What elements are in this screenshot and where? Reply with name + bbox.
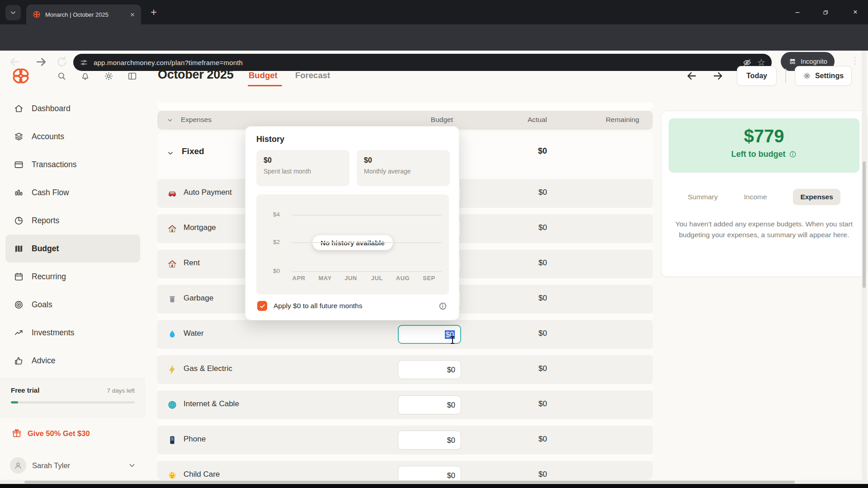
sidebar-logo-row <box>11 65 137 87</box>
budget-row-water: Water$0$0 <box>157 320 653 349</box>
section-name: Fixed <box>182 146 204 156</box>
house-icon <box>167 259 177 269</box>
summary-tab-income[interactable]: Income <box>744 193 767 201</box>
browser-menu-button[interactable]: ⋮ <box>848 53 862 68</box>
sidebar-item-cash-flow[interactable]: Cash Flow <box>5 178 140 206</box>
tab-forecast[interactable]: Forecast <box>295 70 330 80</box>
search-icon[interactable] <box>57 71 67 81</box>
new-tab-button[interactable]: + <box>147 6 160 19</box>
today-button[interactable]: Today <box>737 66 777 86</box>
actual-amount: $0 <box>538 329 547 338</box>
collapse-sidebar-icon[interactable] <box>127 71 137 81</box>
chevron-down-icon[interactable] <box>166 117 174 124</box>
horizontal-scrollbar[interactable] <box>0 480 868 484</box>
chart-gridline <box>292 215 442 216</box>
incognito-icon <box>788 57 797 66</box>
home-icon <box>14 103 24 114</box>
category-name: Child Care <box>184 470 220 479</box>
section-actual-total: $0 <box>538 146 547 156</box>
browser-addressbar: app.monarchmoney.com/plan?timeframe=mont… <box>0 24 868 51</box>
summary-tab-expenses[interactable]: Expenses <box>793 189 840 205</box>
person-icon <box>13 460 23 470</box>
budget-row-phone: Phone$0$0 <box>157 426 653 455</box>
settings-gear-icon[interactable] <box>104 71 114 81</box>
actual-amount: $0 <box>538 399 547 408</box>
tab-close-button[interactable]: × <box>128 10 137 19</box>
target-icon <box>14 300 24 310</box>
sidebar-item-label: Transactions <box>32 160 77 169</box>
notifications-bell-icon[interactable] <box>80 71 90 81</box>
sidebar-item-reports[interactable]: Reports <box>5 206 140 235</box>
chart-gridline <box>292 271 442 272</box>
history-chart: No history available $4$2$0APRMAYJUNJULA… <box>256 194 449 295</box>
apply-checkbox-label: Apply $0 to all future months <box>274 302 439 310</box>
referral-link[interactable]: Give 50% Get $30 <box>12 428 90 438</box>
actual-amount: $0 <box>538 188 547 197</box>
sidebar-item-transactions[interactable]: Transactions <box>5 150 140 178</box>
window-restore-button[interactable] <box>814 0 837 24</box>
category-name: Gas & Electric <box>184 364 232 373</box>
actual-amount: $0 <box>538 435 547 444</box>
sidebar-item-budget[interactable]: Budget <box>5 235 140 263</box>
category-name: Auto Payment <box>184 188 232 197</box>
car-icon <box>167 188 177 198</box>
budget-amount-input[interactable]: $0 <box>398 395 461 414</box>
credit-card-icon <box>14 160 24 170</box>
sidebar-item-goals[interactable]: Goals <box>5 291 140 319</box>
chart-y-tick: $4 <box>262 211 280 218</box>
baby-icon <box>167 470 177 480</box>
sidebar-item-dashboard[interactable]: Dashboard <box>5 94 140 122</box>
expenses-group-label: Expenses <box>181 116 212 124</box>
layers-icon <box>14 131 24 142</box>
summary-tab-summary[interactable]: Summary <box>688 193 717 201</box>
bookmark-star-icon[interactable]: ☆ <box>757 58 765 67</box>
user-menu[interactable]: Sarah Tyler <box>10 455 137 475</box>
sidebar-item-accounts[interactable]: Accounts <box>5 122 140 150</box>
budget-settings-button[interactable]: Settings <box>795 66 852 86</box>
window-close-button[interactable]: × <box>844 0 867 24</box>
sidebar-item-label: Accounts <box>32 132 64 141</box>
chart-y-tick: $2 <box>262 239 280 245</box>
sidebar-item-advice[interactable]: Advice <box>5 347 140 375</box>
info-icon[interactable] <box>789 150 797 158</box>
free-trial-progress-fill <box>11 401 18 404</box>
settings-gear-icon <box>803 72 811 80</box>
trash-icon <box>167 294 177 304</box>
category-name: Mortgage <box>184 223 216 232</box>
prev-month-button[interactable] <box>685 70 698 82</box>
thumbs-up-icon <box>14 356 24 366</box>
browser-tab[interactable]: Monarch | October 2025 × <box>26 5 141 24</box>
tab-search-button[interactable] <box>5 5 21 20</box>
sidebar-item-investments[interactable]: Investments <box>5 319 140 347</box>
tab-budget[interactable]: Budget <box>249 70 278 80</box>
bar-chart-icon <box>14 188 24 198</box>
sidebar-item-label: Budget <box>32 244 59 253</box>
empty-expenses-message: You haven't added any expense budgets. W… <box>675 219 853 240</box>
next-month-button[interactable] <box>712 70 724 82</box>
chart-x-tick: JUN <box>338 275 363 282</box>
sidebar-item-recurring[interactable]: Recurring <box>5 263 140 291</box>
chevron-down-icon[interactable] <box>166 149 175 157</box>
budget-amount-input[interactable]: $0 <box>398 431 461 450</box>
category-name: Phone <box>184 435 206 444</box>
monarch-logo[interactable] <box>11 66 31 86</box>
apply-checkbox[interactable] <box>257 301 267 311</box>
info-icon[interactable] <box>439 302 447 310</box>
window-minimize-button[interactable]: – <box>786 0 809 24</box>
browser-tabstrip: Monarch | October 2025 × + – × <box>0 0 868 24</box>
budget-amount-input[interactable]: $0 <box>398 360 461 379</box>
column-header-remaining: Remaining <box>606 116 639 124</box>
vertical-scrollbar-thumb[interactable] <box>863 161 866 288</box>
budget-row-gas-electric: Gas & Electric$0$0 <box>157 355 653 384</box>
category-name: Rent <box>184 258 200 267</box>
budget-amount-input[interactable]: $0 <box>398 466 461 480</box>
actual-amount: $0 <box>538 364 547 373</box>
url-text: app.monarchmoney.com/plan?timeframe=mont… <box>94 59 737 66</box>
horizontal-scrollbar-thumb[interactable] <box>24 481 795 483</box>
user-name: Sarah Tyler <box>32 461 122 470</box>
vertical-scrollbar[interactable] <box>862 51 867 481</box>
phone-icon <box>167 435 177 445</box>
column-header-actual: Actual <box>528 116 547 124</box>
map-icon <box>14 244 24 254</box>
sidebar-item-label: Reports <box>32 216 59 225</box>
